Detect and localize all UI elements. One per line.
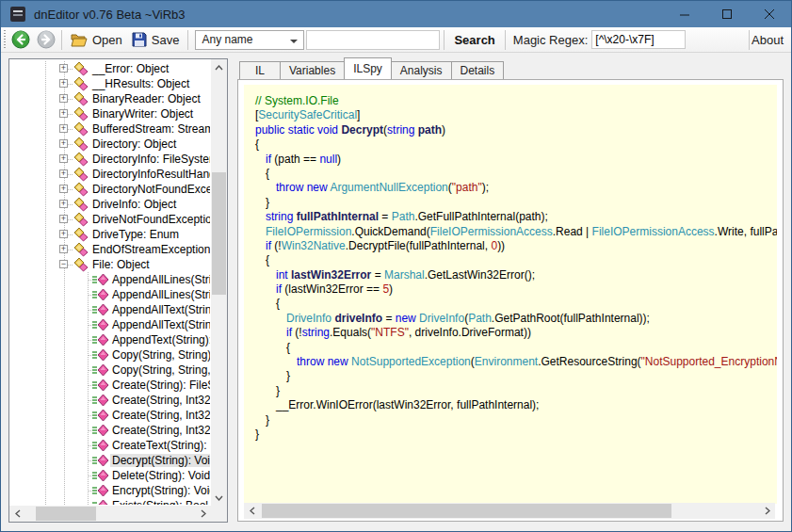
scroll-thumb[interactable] <box>36 507 96 521</box>
about-button[interactable]: About <box>749 33 786 47</box>
tree-item[interactable]: +DriveType: Enum <box>9 227 210 242</box>
tree-item[interactable]: AppendAllLines(String, IE <box>9 287 210 302</box>
expand-icon[interactable]: + <box>59 230 68 238</box>
scroll-thumb[interactable] <box>212 172 226 295</box>
search-input[interactable] <box>306 30 440 50</box>
tree-guide-line <box>45 212 46 227</box>
scroll-left-button[interactable] <box>9 506 25 522</box>
scroll-thumb[interactable] <box>262 504 671 518</box>
tree-guide-line <box>45 332 46 347</box>
scroll-right-button[interactable] <box>195 506 211 522</box>
title-bar: dnEditor v0.76 Beta ~ViRb3 <box>1 1 791 27</box>
collapse-icon[interactable]: − <box>59 260 68 268</box>
tab-variables[interactable]: Variables <box>280 61 345 79</box>
tree-item[interactable]: +Directory: Object <box>9 137 210 152</box>
search-type-combobox[interactable]: Any name <box>195 30 304 50</box>
open-button[interactable]: Open <box>66 31 127 49</box>
scroll-up-button[interactable] <box>211 59 227 75</box>
tree-item[interactable]: Create(String, Int32): File <box>9 393 210 408</box>
code-line: } <box>255 413 777 427</box>
expand-icon[interactable]: + <box>59 154 68 163</box>
tab-ilspy[interactable]: ILSpy <box>344 57 392 79</box>
class-icon <box>73 106 89 121</box>
scroll-left-button[interactable] <box>244 503 260 519</box>
tree-item-label: Create(String, Int32): File <box>110 394 210 407</box>
expand-icon[interactable]: + <box>59 109 68 118</box>
tree-item[interactable]: AppendAllText(String, St <box>9 302 210 317</box>
tree-item[interactable]: +BufferedStream: Stream <box>9 121 210 137</box>
class-icon <box>73 257 89 272</box>
minimize-icon <box>680 9 690 20</box>
tree-guide-line <box>45 498 46 505</box>
expand-icon[interactable]: + <box>59 245 68 253</box>
expand-icon[interactable]: + <box>59 64 68 73</box>
expand-icon[interactable]: + <box>59 169 68 178</box>
tree-item[interactable]: AppendAllLines(String, IE <box>9 272 210 287</box>
tree-item[interactable]: AppendText(String): Stre <box>9 332 210 347</box>
save-button-label: Save <box>152 33 180 47</box>
scroll-right-button[interactable] <box>759 503 775 519</box>
method-icon <box>92 317 109 332</box>
tree-item[interactable]: +DriveNotFoundException: IO <box>9 212 210 227</box>
back-button[interactable] <box>9 28 32 51</box>
tree-item[interactable]: Encrypt(String): Void <box>9 483 210 498</box>
expand-icon[interactable]: + <box>59 200 68 208</box>
expand-icon[interactable]: + <box>59 139 68 148</box>
class-icon <box>73 182 89 197</box>
tree-item[interactable]: Decrypt(String): Void <box>9 453 210 468</box>
save-button[interactable]: Save <box>127 30 185 49</box>
tree-item[interactable]: +__HResults: Object <box>9 76 210 91</box>
tree-item-label: Create(String): FileStrea <box>110 379 210 392</box>
toolbar-grip[interactable] <box>4 30 7 49</box>
arrow-forward-icon <box>37 30 56 49</box>
tree-item[interactable]: +DirectoryInfoResultHandler: <box>9 167 210 182</box>
tree-item[interactable]: −File: Object <box>9 257 210 272</box>
tree-item[interactable]: Create(String, Int32, FileO <box>9 423 210 438</box>
tree-item-label: AppendAllLines(String, IE <box>110 273 210 286</box>
forward-button[interactable] <box>35 28 57 51</box>
tree-item[interactable]: Create(String, Int32, FileO <box>9 408 210 423</box>
tree-item[interactable]: Copy(String, String, Bool <box>9 363 210 378</box>
method-icon <box>92 408 109 423</box>
code-line: } <box>255 196 777 210</box>
tab-analysis[interactable]: Analysis <box>391 61 452 79</box>
method-icon <box>92 453 107 468</box>
tree-item[interactable]: +DirectoryInfo: FileSystemInfo <box>9 152 210 167</box>
tree-item[interactable]: +__Error: Object <box>9 61 210 76</box>
tree-item-label: Directory: Object <box>90 137 178 151</box>
method-icon <box>92 423 107 438</box>
tree-item[interactable]: Delete(String): Void <box>9 468 210 483</box>
expand-icon[interactable]: + <box>59 124 68 133</box>
code-line: { <box>255 167 777 181</box>
close-button[interactable] <box>749 1 791 27</box>
tree-item[interactable]: Exists(String): Bool <box>9 498 210 505</box>
tree-item[interactable]: Create(String): FileStrea <box>9 378 210 393</box>
search-button[interactable]: Search <box>448 33 500 47</box>
scroll-down-button[interactable] <box>211 490 227 506</box>
tree-item[interactable]: AppendAllText(String, St <box>9 317 210 332</box>
tree-item[interactable]: +DirectoryNotFoundException <box>9 182 210 197</box>
minimize-button[interactable] <box>664 1 706 27</box>
maximize-button[interactable] <box>706 1 749 27</box>
tree-item[interactable]: +DriveInfo: Object <box>9 197 210 212</box>
expand-icon[interactable]: + <box>59 185 68 193</box>
expand-icon[interactable]: + <box>59 215 68 223</box>
tree-item[interactable]: +BinaryWriter: Object <box>9 106 210 121</box>
method-icon <box>92 287 107 302</box>
tree-guide-line <box>64 332 65 347</box>
tab-il[interactable]: IL <box>239 61 281 79</box>
expand-icon[interactable]: + <box>59 79 68 88</box>
tree-item[interactable]: +EndOfStreamException: IOE <box>9 242 210 257</box>
magic-regex-input[interactable] <box>591 30 686 49</box>
tree-horizontal-scrollbar[interactable] <box>9 506 211 522</box>
tree-item[interactable]: +BinaryReader: Object <box>9 91 210 106</box>
tree-item[interactable]: Copy(String, String): Void <box>9 347 210 363</box>
method-icon <box>92 347 107 363</box>
tab-details[interactable]: Details <box>451 61 505 79</box>
tree-item[interactable]: CreateText(String): Strea <box>9 438 210 453</box>
tree-vertical-scrollbar[interactable] <box>211 59 227 506</box>
expand-icon[interactable]: + <box>59 94 68 103</box>
decompiled-code-view[interactable]: // System.IO.File[SecuritySafeCritical]p… <box>244 85 777 504</box>
method-icon <box>92 483 109 498</box>
code-horizontal-scrollbar[interactable] <box>244 503 775 519</box>
